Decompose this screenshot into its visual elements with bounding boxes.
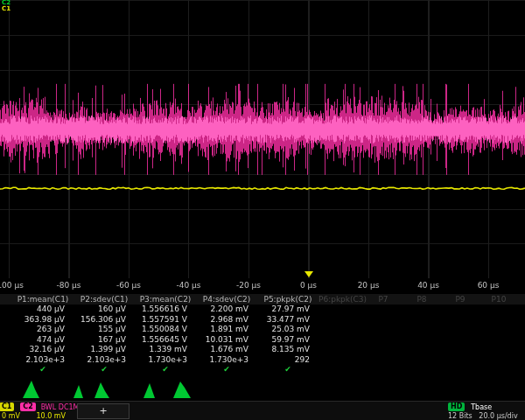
measure-header-p7[interactable]: P7 [364,295,402,304]
measure-header-p8[interactable]: P8 [402,295,441,304]
histicon-p5[interactable] [173,382,191,398]
measure-value: 1.730e+3 [135,355,196,364]
measure-value: 440 µV [12,304,74,313]
measure-value: 1.556616 V [135,304,196,313]
channel-c1-chip[interactable]: C1 [0,402,14,411]
measure-value: 1.339 mV [135,345,196,354]
measure-status: ✔ [257,365,318,374]
measure-value: 1.550084 V [135,325,196,333]
measure-status: ✔ [12,365,74,374]
time-tick-label: -20 µs [236,281,261,290]
measure-value: 155 µV [74,325,135,333]
measure-header-p9[interactable]: P9 [441,295,480,304]
measure-header-p6[interactable]: P6:pkpk(C3) [318,295,364,304]
tbase-value: 20.0 µs/div [479,412,517,420]
time-axis: -100 µs-80 µs-60 µs-40 µs-20 µs0 µs20 µs… [0,278,525,293]
trace-tags: C2C1 [2,0,10,12]
trace-tag: C1 [2,6,10,12]
c1-vdiv-value: 10.0 mV [36,412,66,420]
measure-value: 2.103e+3 [12,355,74,364]
histicon-p3[interactable] [94,382,109,398]
oscilloscope-screen: C2C1 -100 µs-80 µs-60 µs-40 µs-20 µs0 µs… [0,0,525,420]
measure-value: 167 µV [74,335,135,344]
time-tick-label: -60 µs [116,281,141,290]
histicon-p2[interactable] [74,385,83,398]
measure-value: 1.399 µV [74,345,135,354]
time-tick-label: -80 µs [57,281,81,290]
measure-value: 263 µV [12,325,74,333]
tbase-label: Tbase [471,403,492,411]
measure-header-p3[interactable]: P3:mean(C2) [135,295,196,304]
time-tick-label: 20 µs [358,281,380,290]
measure-status: ✔ [135,365,196,374]
measure-value: 1.556645 V [135,335,196,344]
channel-descriptors: C1 C2 BWL DC1M 0 mV 10.0 mV [2,402,79,420]
measure-value: 25.03 mV [257,325,318,333]
measure-value: 27.97 mV [257,304,318,313]
measure-header-p10[interactable]: P10 [480,295,518,304]
measure-header-p1[interactable]: P1:mean(C1) [12,295,74,304]
measure-header-p2[interactable]: P2:sdev(C1) [74,295,135,304]
measure-value: 10.031 mV [196,335,257,344]
measure-value: 2.968 mV [196,315,257,324]
measure-status: ✔ [196,365,257,374]
measure-value: 363.98 µV [12,315,74,324]
time-tick-label: -40 µs [177,281,201,290]
measure-value: 292 [257,355,318,364]
measure-header-p4[interactable]: P4:sdev(C2) [196,295,257,304]
measure-value: 33.477 mV [257,315,318,324]
measure-value: 2.200 mV [196,304,257,313]
waveform-grid[interactable]: C2C1 [0,0,525,278]
measure-value: 2.103e+3 [74,355,135,364]
channel-c2-chip[interactable]: C2 [20,402,35,411]
time-tick-label: 40 µs [417,281,439,290]
histicon-p4[interactable] [144,383,155,398]
measure-value: 59.97 mV [257,335,318,344]
measure-value: 8.135 mV [257,345,318,354]
waveform-canvas [0,0,525,278]
measure-value: 1.730e+3 [196,355,257,364]
measure-status: ✔ [74,365,135,374]
histicon-strip [0,376,525,401]
measure-value: 156.306 µV [74,315,135,324]
measure-value: 474 µV [12,335,74,344]
time-tick-label: -100 µs [0,281,24,290]
measure-value: 1.557591 V [135,315,196,324]
c1-offset-value: 0 mV [2,412,20,420]
measure-value: 1.891 mV [196,325,257,333]
measure-value: 1.676 mV [196,345,257,354]
measure-header-p5[interactable]: P5:pkpk(C2) [257,295,318,304]
bits-label: 12 Bits [448,412,472,420]
time-tick-label: 60 µs [478,281,500,290]
measurement-table: P1:mean(C1)P2:sdev(C1)P3:mean(C2)P4:sdev… [0,294,525,374]
trigger-time-marker[interactable] [304,271,313,277]
measure-value: 160 µV [74,304,135,313]
timebase-descriptor[interactable]: HD Tbase 12 Bits 20.0 µs/div [448,402,525,420]
measure-value: 32.16 µV [12,345,74,354]
c2-coupling-label: BWL DC1M [41,403,80,411]
status-bar: C1 C2 BWL DC1M 0 mV 10.0 mV + HD Tbase 1… [0,401,525,420]
hd-badge: HD [448,402,465,411]
add-trace-button[interactable]: + [77,403,130,419]
time-tick-label: 0 µs [300,281,317,290]
histicon-p1[interactable] [23,381,39,398]
